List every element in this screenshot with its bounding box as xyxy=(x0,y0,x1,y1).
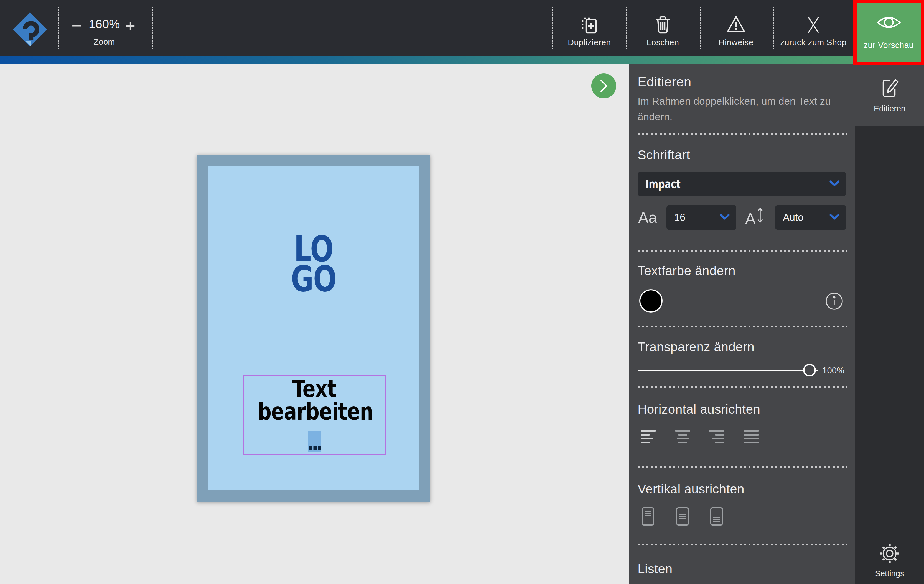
zoom-value: 160% xyxy=(82,17,126,31)
align-justify-icon[interactable] xyxy=(744,430,759,443)
align-right-icon[interactable] xyxy=(709,430,724,443)
edit-tab-label: Editieren xyxy=(855,104,924,113)
font-family-value: Impact xyxy=(645,177,681,191)
section-divider xyxy=(638,326,847,327)
preview-button[interactable]: zur Vorschau xyxy=(856,3,921,61)
edit-sidebar: Editieren Im Rahmen doppelklicken, um de… xyxy=(629,64,855,584)
settings-label: Settings xyxy=(855,569,924,578)
font-size-value: 16 xyxy=(674,212,685,223)
chevron-down-icon xyxy=(830,180,840,188)
transparency-slider-handle[interactable] xyxy=(803,364,816,377)
hints-label: Hinweise xyxy=(719,38,754,47)
line-height-select[interactable]: Auto xyxy=(775,205,846,230)
printformer-editor: − 160% + Zoom Duplizieren xyxy=(0,0,924,584)
sidebar-subtitle: Im Rahmen doppelklicken, um den Text zu … xyxy=(638,94,832,124)
editable-text-line: Text xyxy=(258,378,371,400)
transparency-slider-track[interactable] xyxy=(638,370,818,371)
zoom-in-button[interactable]: + xyxy=(125,17,135,35)
back-to-shop-button[interactable]: zurück zum Shop xyxy=(774,0,853,56)
accent-gradient-bar xyxy=(0,56,924,64)
logo-text-frame[interactable]: LO GO xyxy=(223,234,405,294)
vertical-align-section-label: Vertikal ausrichten xyxy=(638,482,744,497)
valign-middle-icon[interactable] xyxy=(676,507,689,527)
align-left-icon[interactable] xyxy=(641,430,656,443)
section-divider xyxy=(638,466,847,468)
chevron-right-icon xyxy=(599,79,609,93)
section-divider xyxy=(638,250,847,252)
font-section-label: Schriftart xyxy=(638,147,690,162)
preview-label: zur Vorschau xyxy=(864,40,914,50)
close-icon xyxy=(802,13,825,36)
zoom-out-button[interactable]: − xyxy=(71,17,81,35)
info-icon[interactable] xyxy=(825,292,843,311)
section-divider xyxy=(638,386,847,388)
toolbar-separator xyxy=(152,7,153,49)
sidebar-title: Editieren xyxy=(638,74,691,89)
printformer-logo-icon xyxy=(12,12,48,47)
delete-button[interactable]: Löschen xyxy=(627,0,699,56)
edit-pencil-icon xyxy=(879,76,901,100)
sidebar-collapse-button[interactable] xyxy=(591,73,616,98)
edit-tab[interactable]: Editieren xyxy=(855,64,924,126)
chevron-down-icon xyxy=(720,214,730,221)
back-to-shop-label: zurück zum Shop xyxy=(780,38,846,47)
valign-bottom-icon[interactable] xyxy=(710,507,723,527)
font-size-select[interactable]: 16 xyxy=(667,205,736,230)
editable-text-line: bearbeiten xyxy=(258,400,371,423)
chevron-down-icon xyxy=(830,214,840,221)
right-tab-strip: Editieren Settings xyxy=(855,64,924,584)
font-family-select[interactable]: Impact xyxy=(638,172,846,196)
eye-icon xyxy=(876,14,902,32)
line-height-icon: A xyxy=(745,207,764,227)
zoom-label: Zoom xyxy=(63,37,146,46)
hints-button[interactable]: Hinweise xyxy=(700,0,772,56)
design-page: LO GO Text bearbeiten xyxy=(197,155,430,502)
toolbar-separator xyxy=(552,7,553,49)
toolbar: − 160% + Zoom Duplizieren xyxy=(0,0,924,56)
warning-icon xyxy=(725,13,747,36)
toolbar-separator xyxy=(58,7,59,49)
text-color-section-label: Textfarbe ändern xyxy=(638,263,736,278)
align-center-icon[interactable] xyxy=(675,430,690,443)
line-height-value: Auto xyxy=(783,212,804,223)
section-divider xyxy=(638,133,847,135)
duplicate-button[interactable]: Duplizieren xyxy=(553,0,625,56)
gear-icon xyxy=(878,542,901,566)
text-color-swatch[interactable] xyxy=(639,289,663,313)
section-divider xyxy=(638,544,847,546)
duplicate-icon xyxy=(578,13,601,36)
horizontal-align-section-label: Horizontal ausrichten xyxy=(638,402,761,417)
lists-section-label: Listen xyxy=(638,561,673,576)
editable-text: Text bearbeiten xyxy=(258,378,371,423)
trash-icon xyxy=(652,13,674,36)
duplicate-label: Duplizieren xyxy=(568,38,611,47)
settings-button[interactable]: Settings xyxy=(855,538,924,584)
delete-label: Löschen xyxy=(647,38,679,47)
transparency-value: 100% xyxy=(820,366,847,376)
valign-top-icon[interactable] xyxy=(641,507,655,527)
logo-text-line: GO xyxy=(223,264,405,294)
font-size-icon: Aa xyxy=(638,208,657,226)
text-overflow-marker-icon xyxy=(308,431,321,452)
design-canvas: LO GO Text bearbeiten xyxy=(0,64,629,584)
selected-text-frame[interactable]: Text bearbeiten xyxy=(243,375,386,455)
transparency-section-label: Transparenz ändern xyxy=(638,339,755,354)
